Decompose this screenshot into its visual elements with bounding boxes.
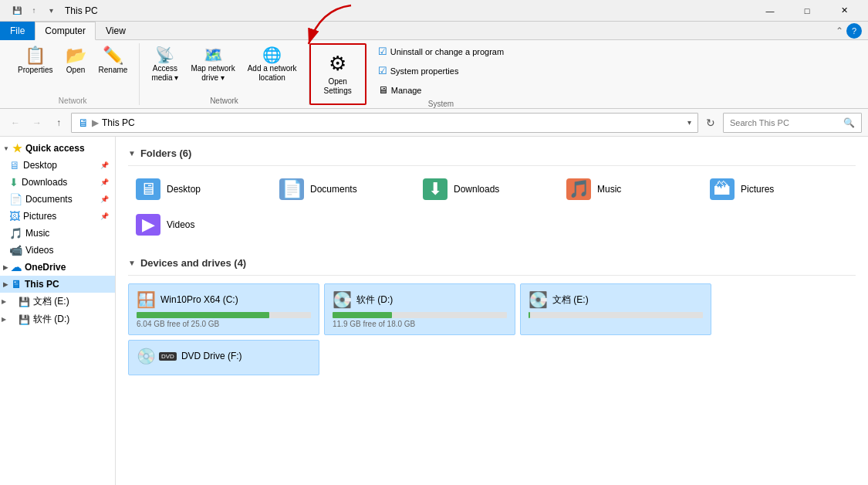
- sidebar-item-documents[interactable]: 📄 Documents 📌: [0, 191, 115, 208]
- back-button[interactable]: ←: [6, 114, 25, 132]
- tab-file[interactable]: File: [0, 22, 35, 40]
- sidebar-item-music[interactable]: 🎵 Music: [0, 225, 115, 242]
- ribbon-group-location-items: 📋 Properties 📂 Open ✏️ Rename: [12, 43, 133, 95]
- c-drive-icon: 🪟: [137, 290, 156, 309]
- refresh-button[interactable]: ↻: [701, 114, 720, 132]
- drive-item-c[interactable]: 🪟 Win10Pro X64 (C:) 6.04 GB free of 25.0…: [128, 283, 319, 335]
- sidebar-item-videos[interactable]: 📹 Videos: [0, 242, 115, 259]
- add-network-location-button[interactable]: 🌐 Add a networklocation: [242, 43, 302, 86]
- drive-item-d[interactable]: 💽 软件 (D:) 11.9 GB free of 18.0 GB: [324, 283, 515, 335]
- manage-button[interactable]: 🖥 Manage: [373, 82, 427, 98]
- sidebar-item-pictures[interactable]: 🖼 Pictures 📌: [0, 208, 115, 225]
- title-bar: 💾 ↑ ▾ This PC — □ ✕: [0, 0, 868, 22]
- rename-button[interactable]: ✏️ Rename: [93, 43, 133, 78]
- open-settings-button[interactable]: ⚙ OpenSettings: [319, 48, 357, 100]
- dvd-badge: DVD: [159, 352, 177, 361]
- tab-view[interactable]: View: [96, 22, 136, 40]
- window-controls: — □ ✕: [752, 0, 862, 22]
- tab-computer[interactable]: Computer: [35, 22, 96, 40]
- folder-item-documents[interactable]: 📄 Documents: [272, 174, 410, 205]
- access-media-icon: 📡: [155, 47, 174, 63]
- open-settings-icon: ⚙: [329, 52, 346, 76]
- downloads-pin-icon: 📌: [100, 178, 109, 186]
- drive-item-e[interactable]: 💽 文档 (E:): [520, 283, 711, 335]
- dvd-drive-header: 💿 DVD DVD Drive (F:): [137, 347, 311, 365]
- map-network-drive-button[interactable]: 🗺️ Map networkdrive ▾: [185, 43, 240, 86]
- downloads-icon: ⬇: [9, 176, 19, 188]
- up-button[interactable]: ↑: [49, 114, 68, 132]
- folder-item-desktop[interactable]: 🖥 Desktop: [128, 174, 267, 205]
- folders-chevron-icon: ▼: [128, 149, 136, 158]
- onedrive-expand-icon: ▶: [3, 264, 8, 271]
- uninstall-button[interactable]: ☑ Uninstall or change a program: [373, 43, 509, 59]
- this-pc-label: This PC: [25, 279, 59, 290]
- desktop-label: Desktop: [23, 160, 57, 171]
- window-title: This PC: [65, 5, 98, 16]
- onedrive-cloud-icon: ☁: [11, 261, 22, 273]
- properties-button[interactable]: 📋 Properties: [12, 43, 59, 78]
- onedrive-label: OneDrive: [25, 262, 66, 273]
- c-drive-free: 6.04 GB free of 25.0 GB: [137, 320, 311, 328]
- downloads-folder-label: Downloads: [454, 184, 499, 195]
- folder-item-videos[interactable]: ▶ Videos: [128, 209, 267, 240]
- ribbon-group-network-items: 📡 Accessmedia ▾ 🗺️ Map networkdrive ▾ 🌐 …: [146, 43, 302, 95]
- open-settings-items: ⚙ OpenSettings: [319, 48, 357, 100]
- dvd-drive-icon: 💿: [137, 347, 156, 365]
- videos-icon: 📹: [9, 244, 22, 256]
- desktop-folder-icon: 🖥: [136, 178, 160, 200]
- access-media-button[interactable]: 📡 Accessmedia ▾: [146, 43, 184, 86]
- folders-label: Folders (6): [140, 148, 191, 159]
- e-drive-bar-bg: [529, 312, 703, 318]
- videos-label: Videos: [25, 245, 53, 256]
- sidebar-onedrive-header[interactable]: ▶ ☁ OneDrive: [0, 259, 115, 276]
- ribbon-collapse-btn[interactable]: ⌃: [836, 25, 843, 36]
- folders-section-header[interactable]: ▼ Folders (6): [128, 143, 856, 166]
- dvd-icon-wrap: 💿 DVD: [137, 347, 177, 365]
- system-properties-button[interactable]: ☑ System properties: [373, 63, 464, 79]
- maximize-button[interactable]: □: [789, 0, 825, 22]
- c-drive-name: Win10Pro X64 (C:): [160, 294, 238, 305]
- folder-item-music[interactable]: 🎵 Music: [559, 174, 697, 205]
- e-drive-bar: [529, 312, 530, 318]
- sidebar-this-pc-header[interactable]: ▶ 🖥 This PC: [0, 276, 115, 293]
- desktop-folder-label: Desktop: [167, 184, 201, 195]
- e-drive-name: 文档 (E:): [552, 293, 589, 307]
- search-box[interactable]: 🔍: [723, 113, 862, 133]
- music-icon: 🎵: [9, 227, 22, 239]
- ribbon: File Computer View ⌃ ? 📋 Properties 📂 Op…: [0, 22, 868, 109]
- documents-pin-icon: 📌: [100, 195, 109, 203]
- sidebar-item-desktop[interactable]: 🖥 Desktop 📌: [0, 157, 115, 174]
- folder-item-pictures[interactable]: 🏔 Pictures: [702, 174, 841, 205]
- desktop-icon: 🖥: [9, 159, 20, 171]
- e-drive-sidebar-label: 文档 (E:): [33, 295, 69, 308]
- help-button[interactable]: ?: [846, 23, 862, 39]
- pictures-folder-label: Pictures: [741, 184, 774, 195]
- drives-label: Devices and drives (4): [140, 257, 246, 269]
- downloads-label: Downloads: [22, 177, 67, 188]
- sidebar-item-downloads[interactable]: ⬇ Downloads 📌: [0, 174, 115, 191]
- e-drive-sidebar-expand: ▶: [2, 298, 6, 305]
- close-button[interactable]: ✕: [826, 0, 862, 22]
- open-button[interactable]: 📂 Open: [60, 43, 92, 78]
- titlebar-up-icon[interactable]: ↑: [26, 3, 42, 19]
- this-pc-expand-icon: ▶: [3, 281, 8, 288]
- titlebar-dropdown-icon[interactable]: ▾: [43, 3, 59, 19]
- documents-label: Documents: [25, 194, 73, 205]
- path-dropdown-icon[interactable]: ▾: [687, 118, 691, 127]
- sidebar-item-d-drive[interactable]: ▶ 💾 软件 (D:): [0, 310, 115, 328]
- titlebar-save-icon[interactable]: 💾: [9, 3, 25, 19]
- drives-section-header[interactable]: ▼ Devices and drives (4): [128, 253, 856, 276]
- folder-item-downloads[interactable]: ⬇ Downloads: [415, 174, 554, 205]
- forward-button[interactable]: →: [28, 114, 46, 132]
- address-bar: ← → ↑ 🖥 ▶ This PC ▾ ↻ 🔍: [0, 109, 868, 137]
- minimize-button[interactable]: —: [752, 0, 788, 22]
- c-drive-bar: [137, 312, 269, 318]
- ribbon-tabs: File Computer View ⌃ ?: [0, 22, 868, 40]
- search-input[interactable]: [730, 118, 840, 127]
- c-drive-bar-bg: [137, 312, 311, 318]
- sidebar-item-e-drive[interactable]: ▶ 💾 文档 (E:): [0, 293, 115, 310]
- sidebar-quick-access-header[interactable]: ▼ ★ Quick access: [0, 140, 115, 157]
- address-path[interactable]: 🖥 ▶ This PC ▾: [71, 113, 698, 133]
- drives-chevron-icon: ▼: [128, 259, 136, 267]
- drive-item-dvd[interactable]: 💿 DVD DVD Drive (F:): [128, 340, 319, 375]
